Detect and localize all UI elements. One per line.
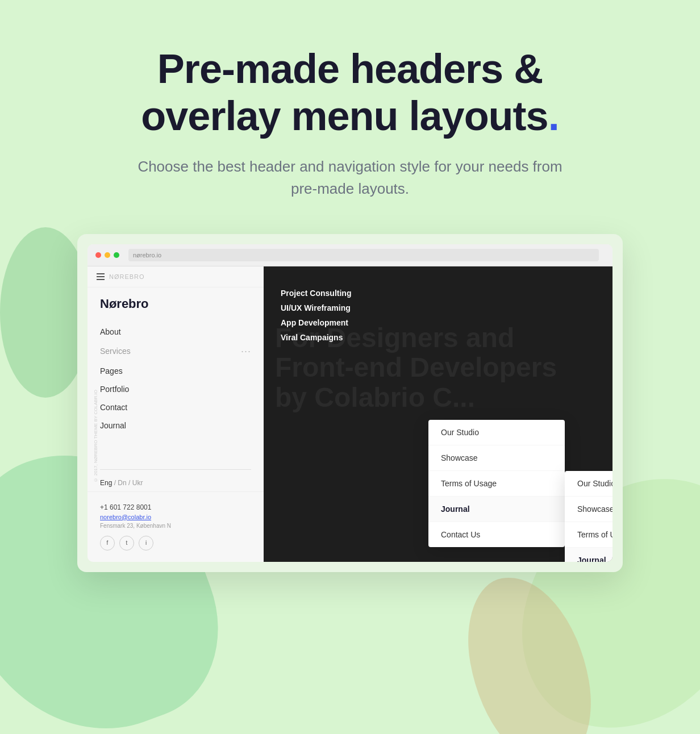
sidebar-nav-portfolio[interactable]: Portfolio <box>88 380 264 398</box>
nav-dots: ··· <box>241 345 251 357</box>
menu2-showcase[interactable]: Showcase <box>565 497 612 522</box>
hero-subtitle: Choose the best header and navigation st… <box>128 156 572 200</box>
sidebar-nav-journal[interactable]: Journal <box>88 416 264 435</box>
browser-inner: nørebro.io NØREBRO Nørebro <box>88 244 612 562</box>
dark-panel-services: Project Consulting UI/UX Wireframing App… <box>264 278 612 353</box>
sidebar-nav: About Services ··· Pages Portfolio <box>88 318 264 465</box>
sidebar-nav-contact[interactable]: Contact <box>88 398 264 416</box>
browser-url-bar[interactable]: nørebro.io <box>128 249 599 261</box>
sidebar-divider <box>100 469 251 470</box>
service-project-consulting: Project Consulting <box>281 287 595 299</box>
browser-mockup: nørebro.io NØREBRO Nørebro <box>77 234 623 572</box>
service-app-development: App Development <box>281 316 595 329</box>
dark-panel: Project Consulting UI/UX Wireframing App… <box>264 266 612 562</box>
sidebar: NØREBRO Nørebro About Services ··· Pages <box>88 266 264 562</box>
sidebar-brand: NØREBRO <box>109 273 145 280</box>
menu1-contact-us[interactable]: Contact Us <box>428 522 565 547</box>
social-icons: f t i <box>100 536 251 550</box>
menu1-terms-of-usage[interactable]: Terms of Usage <box>428 471 565 497</box>
sidebar-copyright: © 2017, NØREBRO THEME BY COLABR.IO <box>93 390 98 482</box>
sidebar-top-bar: NØREBRO <box>88 266 264 287</box>
menu1-journal[interactable]: Journal <box>428 497 565 522</box>
menu2-journal[interactable]: Journal <box>565 548 612 562</box>
sidebar-nav-services[interactable]: Services ··· <box>88 341 264 362</box>
sidebar-address: Fensmark 23, København N <box>100 523 251 529</box>
sidebar-logo: Nørebro <box>88 287 264 318</box>
browser-chrome: nørebro.io <box>88 244 612 266</box>
accent-dot: . <box>548 93 559 139</box>
browser-dot-yellow[interactable] <box>105 252 110 258</box>
social-icon-twitter[interactable]: t <box>119 536 134 550</box>
hero-section: Pre-made headers & overlay menu layouts.… <box>128 45 572 200</box>
sidebar-phone: +1 601 722 8001 <box>100 503 251 511</box>
overlay-menu-1: Our Studio Showcase Terms of Usage Journ… <box>428 420 565 547</box>
browser-dot-red[interactable] <box>95 252 101 258</box>
menu1-showcase[interactable]: Showcase <box>428 445 565 471</box>
site-layout: NØREBRO Nørebro About Services ··· Pages <box>88 266 612 562</box>
sidebar-email[interactable]: norebro@colabr.io <box>100 514 251 520</box>
menu1-our-studio[interactable]: Our Studio <box>428 420 565 445</box>
hero-title: Pre-made headers & overlay menu layouts. <box>128 45 572 140</box>
menu2-terms-of-usage[interactable]: Terms of Usage <box>565 522 612 548</box>
browser-dot-green[interactable] <box>114 252 119 258</box>
hamburger-icon[interactable] <box>97 273 105 280</box>
overlay-menu-2: Our Studio Showcase Terms of Usage Journ… <box>565 471 612 562</box>
sidebar-lang: Eng / Dn / Ukr <box>88 474 264 491</box>
service-ux-wireframing: UI/UX Wireframing <box>281 302 595 314</box>
social-icon-instagram[interactable]: i <box>139 536 153 550</box>
sidebar-nav-pages[interactable]: Pages <box>88 362 264 380</box>
social-icon-facebook[interactable]: f <box>100 536 115 550</box>
menu2-our-studio[interactable]: Our Studio <box>565 471 612 497</box>
sidebar-nav-about[interactable]: About <box>88 323 264 341</box>
service-viral-campaigns: Viral Campaigns <box>281 331 595 344</box>
sidebar-bottom: +1 601 722 8001 norebro@colabr.io Fensma… <box>88 491 264 562</box>
